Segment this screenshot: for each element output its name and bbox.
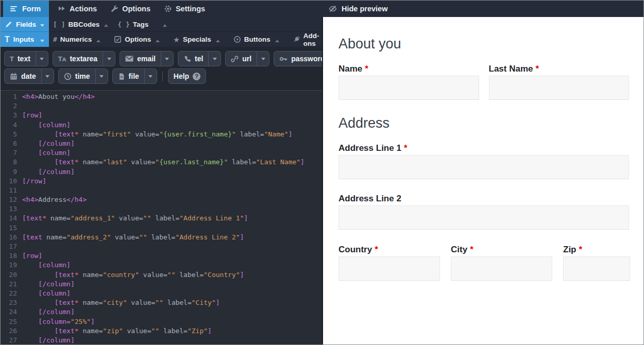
required-asterisk: * (365, 64, 368, 74)
fast-forward-icon (58, 5, 66, 12)
topbar: Form Actions Options Settings (0, 0, 644, 17)
clock-icon (64, 73, 72, 80)
field-last-name: Last Name* (489, 64, 630, 100)
preview-input-address-1[interactable] (338, 155, 629, 179)
tab-form-label: Form (22, 5, 41, 13)
field-label-address-1: Address Line 1* (338, 143, 629, 153)
caret-up-icon[interactable] (96, 35, 100, 44)
hide-preview-button[interactable]: Hide preview (328, 0, 387, 17)
field-buttons-toolbar: Ttext Tᴀtextarea email (0, 47, 322, 91)
preview-input-city[interactable] (451, 256, 552, 281)
key-icon (279, 55, 287, 63)
text-dropdown-caret[interactable] (36, 51, 48, 66)
field-label-country: Country* (338, 245, 440, 254)
gear-icon (164, 5, 172, 13)
help-button[interactable]: Help ? (168, 68, 206, 84)
caret-down-icon[interactable] (40, 20, 44, 29)
star-icon: ★ (173, 36, 180, 44)
tab-inputs-label: Inputs (13, 36, 35, 43)
field-button-time[interactable]: time (58, 68, 108, 84)
hide-preview-label: Hide preview (342, 5, 387, 13)
preview-input-address-2[interactable] (338, 205, 629, 230)
menu-options[interactable]: Options (110, 5, 150, 13)
group-options[interactable]: Options (114, 35, 160, 44)
preview-heading-address: Address (338, 116, 629, 130)
tab-inputs[interactable]: T Inputs (0, 32, 49, 47)
braces-icon: { } (117, 21, 129, 28)
preview-input-name[interactable] (338, 76, 479, 100)
tab-fields-label: Fields (16, 21, 36, 28)
link-icon (231, 55, 239, 63)
required-asterisk: * (470, 245, 473, 254)
caret-up-icon[interactable] (216, 35, 220, 44)
question-circle-icon: ? (193, 73, 200, 80)
preview-input-last-name[interactable] (489, 76, 630, 100)
url-dropdown-caret[interactable] (257, 51, 269, 66)
field-zip: Zip* (563, 245, 630, 281)
file-dropdown-caret[interactable] (144, 69, 157, 83)
tab-form[interactable]: Form (3, 0, 49, 17)
group-buttons[interactable]: Buttons (233, 35, 279, 44)
checkbox-icon (114, 36, 122, 43)
plug-icon (293, 36, 300, 43)
field-city: City* (451, 245, 552, 281)
field-button-textarea[interactable]: Tᴀtextarea (53, 51, 115, 66)
pencil-icon (5, 21, 12, 28)
code-lines: 1<h4>About you</h4>23[row]4 [column]5 [t… (0, 92, 322, 345)
required-asterisk: * (535, 64, 539, 74)
text-t-icon: T (5, 35, 10, 44)
field-label-zip: Zip* (563, 245, 630, 254)
caret-down-icon[interactable] (40, 35, 44, 44)
file-icon (118, 73, 125, 80)
code-editor[interactable]: 1<h4>About you</h4>23[row]4 [column]5 [t… (0, 91, 322, 345)
menu-settings-label: Settings (176, 5, 205, 13)
caret-up-icon[interactable] (104, 20, 108, 29)
form-preview: About you Name* Last Name* Address Addre… (322, 17, 644, 345)
field-label-last-name: Last Name* (489, 64, 630, 74)
bbcode-groups-bar: [ ] BBCodes { } Tags (49, 17, 322, 32)
group-tags[interactable]: { } Tags (117, 20, 167, 29)
play-circle-icon (233, 36, 241, 43)
hash-icon: # (53, 36, 57, 43)
menu-options-label: Options (122, 5, 150, 13)
menu-actions-label: Actions (70, 5, 97, 13)
field-address-1: Address Line 1* (338, 143, 629, 179)
time-dropdown-caret[interactable] (95, 69, 108, 83)
menu-settings[interactable]: Settings (164, 5, 205, 13)
group-specials[interactable]: ★ Specials (173, 35, 219, 44)
date-dropdown-caret[interactable] (41, 69, 54, 83)
field-button-email[interactable]: email (120, 51, 174, 66)
preview-input-zip[interactable] (563, 256, 630, 281)
caret-up-icon[interactable] (163, 20, 167, 29)
menu-actions[interactable]: Actions (58, 5, 97, 13)
eye-slash-icon (328, 5, 337, 13)
required-asterisk: * (579, 245, 583, 254)
group-numerics[interactable]: # Numerics (53, 35, 100, 44)
wrench-icon (110, 5, 118, 13)
phone-icon (183, 55, 191, 63)
caret-up-icon[interactable] (156, 35, 160, 44)
field-name: Name* (338, 64, 479, 100)
textarea-icon: Tᴀ (58, 55, 66, 63)
calendar-icon (10, 73, 18, 80)
caret-up-icon[interactable] (275, 35, 279, 44)
preview-input-country[interactable] (338, 256, 440, 281)
tab-fields[interactable]: Fields (0, 17, 49, 32)
field-button-file[interactable]: file (112, 68, 157, 84)
textarea-dropdown-caret[interactable] (103, 51, 115, 66)
input-groups-bar: # Numerics Options ★ Specials Buttons (49, 32, 322, 47)
field-country: Country* (338, 245, 440, 281)
field-label-address-2: Address Line 2 (338, 194, 629, 203)
field-label-city: City* (451, 245, 552, 254)
field-button-tel[interactable]: tel (178, 51, 221, 66)
field-button-url[interactable]: url (225, 51, 269, 66)
field-button-text[interactable]: Ttext (4, 51, 48, 66)
tel-dropdown-caret[interactable] (208, 51, 221, 66)
field-button-date[interactable]: date (4, 68, 54, 84)
brackets-icon: [ ] (53, 21, 65, 28)
text-icon: T (10, 55, 14, 63)
email-dropdown-caret[interactable] (161, 51, 173, 66)
field-address-2: Address Line 2 (338, 194, 629, 230)
group-bbcodes[interactable]: [ ] BBCodes (53, 20, 108, 29)
form-builder-window: Form Actions Options Settings (0, 0, 644, 345)
